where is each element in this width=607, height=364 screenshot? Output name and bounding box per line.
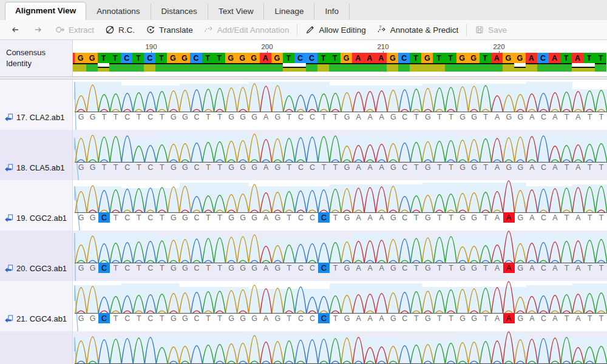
base-letter[interactable]: T xyxy=(283,162,295,172)
base-letter[interactable]: C xyxy=(121,162,133,172)
consensus-base[interactable]: T xyxy=(202,53,214,63)
base-letter[interactable]: G xyxy=(469,212,480,223)
edited-base-letter[interactable]: C xyxy=(98,313,110,323)
base-letter[interactable]: T xyxy=(446,112,457,122)
base-letter[interactable]: G xyxy=(457,212,469,223)
chromatogram-trace[interactable] xyxy=(73,281,607,331)
base-letter[interactable]: T xyxy=(110,212,121,223)
base-letter[interactable]: T xyxy=(480,112,492,122)
base-letter[interactable]: C xyxy=(144,313,156,323)
base-letter[interactable]: T xyxy=(446,212,457,223)
base-letter[interactable]: T xyxy=(433,263,445,273)
base-letter[interactable]: G xyxy=(272,212,283,223)
base-letter[interactable]: C xyxy=(295,263,307,273)
consensus-base[interactable]: C xyxy=(121,53,132,63)
base-letter[interactable]: A xyxy=(492,162,503,172)
base-letter[interactable]: G xyxy=(272,112,283,122)
base-letter[interactable]: G xyxy=(237,162,249,172)
base-letter[interactable]: T xyxy=(214,313,226,323)
base-letter[interactable]: T xyxy=(156,162,168,172)
consensus-base[interactable]: G xyxy=(225,53,237,63)
consensus-base[interactable]: A xyxy=(491,53,503,63)
consensus-base[interactable]: T xyxy=(329,53,341,63)
base-letter[interactable]: C xyxy=(399,313,410,323)
consensus-base[interactable]: T xyxy=(317,53,329,63)
extract-button[interactable]: Extract xyxy=(50,20,100,39)
sequence-name[interactable]: 17. CLA2.ab1 xyxy=(4,113,65,122)
consensus-base[interactable]: C xyxy=(294,53,306,63)
base-letter[interactable]: C xyxy=(399,212,410,223)
base-letter[interactable]: G xyxy=(249,313,260,323)
base-letter[interactable]: G xyxy=(387,263,399,273)
base-letter[interactable]: A xyxy=(549,162,561,172)
consensus-base[interactable]: T xyxy=(214,53,225,63)
sequence-name[interactable]: 19. CGC2.ab1 xyxy=(4,214,67,223)
edited-base-letter[interactable]: A xyxy=(503,313,515,323)
tab-text-view[interactable]: Text View xyxy=(208,4,265,20)
base-letter[interactable]: C xyxy=(538,112,549,122)
base-letter[interactable]: C xyxy=(121,212,133,223)
base-letter[interactable]: G xyxy=(272,263,283,273)
base-letter[interactable]: G xyxy=(341,263,353,273)
base-letter[interactable]: G xyxy=(179,162,191,172)
base-letter[interactable]: A xyxy=(260,162,272,172)
base-letter[interactable]: C xyxy=(295,112,307,122)
base-letter[interactable]: G xyxy=(503,112,515,122)
base-letter[interactable]: T xyxy=(480,263,492,273)
base-letter[interactable]: T xyxy=(98,112,110,122)
base-letter[interactable]: A xyxy=(353,112,364,122)
base-letter[interactable]: A xyxy=(549,212,561,223)
base-letter[interactable]: T xyxy=(410,263,422,273)
base-letter[interactable]: G xyxy=(457,162,469,172)
consensus-base[interactable]: T xyxy=(109,53,121,63)
base-letter[interactable]: T xyxy=(214,212,226,223)
base-letter[interactable]: T xyxy=(98,162,110,172)
base-letter[interactable]: T xyxy=(330,162,341,172)
base-letter[interactable]: T xyxy=(561,313,572,323)
base-letter[interactable]: C xyxy=(307,112,318,122)
base-letter[interactable]: A xyxy=(353,162,364,172)
base-letter[interactable]: G xyxy=(75,112,87,122)
consensus-base[interactable]: A xyxy=(260,53,271,63)
base-letter[interactable]: G xyxy=(515,112,526,122)
base-letter[interactable]: T xyxy=(203,313,214,323)
base-letter[interactable]: G xyxy=(387,313,399,323)
base-letter[interactable]: T xyxy=(480,162,492,172)
base-letter[interactable]: T xyxy=(203,162,214,172)
consensus-base[interactable]: G xyxy=(178,53,190,63)
base-letter[interactable]: T xyxy=(584,212,595,223)
chromatogram-trace[interactable] xyxy=(73,130,607,180)
base-letter[interactable]: G xyxy=(75,212,87,223)
base-letter[interactable]: G xyxy=(469,112,480,122)
base-letter[interactable]: T xyxy=(283,263,295,273)
base-letter[interactable]: G xyxy=(75,313,87,323)
base-letter[interactable]: G xyxy=(341,313,353,323)
consensus-base[interactable]: G xyxy=(248,53,260,63)
base-letter[interactable]: T xyxy=(584,313,595,323)
base-letter[interactable]: G xyxy=(75,162,87,172)
consensus-base[interactable]: G xyxy=(503,53,514,63)
base-letter[interactable]: G xyxy=(387,112,399,122)
consensus-base[interactable]: T xyxy=(98,53,109,63)
base-letter[interactable]: C xyxy=(121,112,133,122)
base-letter[interactable]: T xyxy=(330,112,341,122)
chromatogram-trace[interactable] xyxy=(73,79,607,130)
base-letter[interactable]: C xyxy=(295,212,307,223)
base-letter[interactable]: T xyxy=(595,162,607,172)
base-letter[interactable]: T xyxy=(480,212,492,223)
base-letter[interactable]: G xyxy=(457,313,469,323)
base-letter[interactable]: T xyxy=(410,112,422,122)
base-letter[interactable]: G xyxy=(249,212,260,223)
base-letter[interactable]: A xyxy=(549,112,561,122)
base-letter[interactable]: T xyxy=(203,263,214,273)
base-letter[interactable]: T xyxy=(133,263,144,273)
base-letter[interactable]: A xyxy=(260,212,272,223)
consensus-base[interactable]: C xyxy=(398,53,410,63)
base-letter[interactable]: C xyxy=(144,162,156,172)
consensus-base[interactable]: T xyxy=(480,53,491,63)
base-letter[interactable]: T xyxy=(595,212,607,223)
base-letter[interactable]: G xyxy=(179,112,191,122)
consensus-base[interactable]: A xyxy=(572,53,583,63)
base-letter[interactable]: G xyxy=(387,212,399,223)
base-letter[interactable]: A xyxy=(364,162,376,172)
